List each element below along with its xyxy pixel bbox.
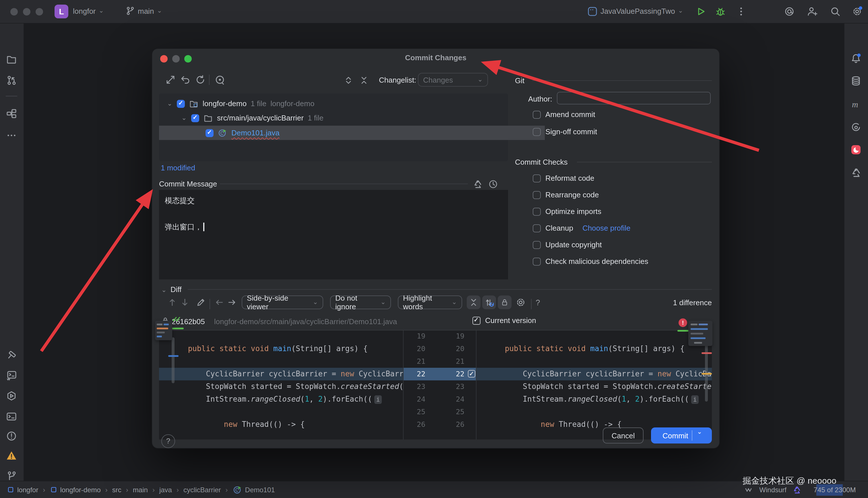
settings-gear-icon[interactable]: [851, 6, 863, 17]
tree-row[interactable]: ⌄src/main/java/cyclicBarrier1 file: [159, 111, 530, 124]
diff-minimap-left[interactable]: [155, 321, 172, 340]
structure-icon[interactable]: [6, 108, 18, 120]
collapse-all-icon[interactable]: [359, 75, 369, 86]
window-close-button[interactable]: [10, 8, 18, 15]
preview-diff-icon[interactable]: [214, 74, 225, 86]
terminal-icon[interactable]: [6, 411, 18, 423]
prev-file-arrow-icon[interactable]: [214, 297, 224, 307]
more-icon[interactable]: [6, 130, 18, 142]
current-version-checkbox[interactable]: Current version: [472, 316, 536, 325]
refresh-icon[interactable]: [195, 74, 206, 86]
checkbox-box[interactable]: [533, 110, 541, 118]
author-input[interactable]: [557, 92, 711, 104]
ai-assistant-icon[interactable]: [783, 6, 795, 17]
error-badge-icon[interactable]: !: [678, 318, 687, 327]
breadcrumb-item[interactable]: java: [159, 486, 172, 494]
breadcrumb-item[interactable]: src: [112, 486, 121, 494]
highlight-mode-dropdown[interactable]: Highlight words: [398, 296, 462, 309]
choose-profile-link[interactable]: Choose profile: [582, 224, 631, 232]
viewer-mode-dropdown[interactable]: Side-by-side viewer: [242, 296, 323, 309]
breadcrumb-item[interactable]: cyclicBarrier: [183, 486, 221, 494]
collapse-unchanged-button[interactable]: [467, 296, 480, 309]
show-diff-icon[interactable]: [165, 74, 176, 86]
jump-to-source-pencil-icon[interactable]: [196, 297, 206, 307]
branch-selector[interactable]: main: [138, 7, 162, 15]
ai-commit-message-icon[interactable]: [472, 179, 483, 189]
windsurf-terminal-icon[interactable]: [6, 369, 18, 381]
diff-settings-gear-icon[interactable]: [514, 296, 528, 309]
diff-section-header[interactable]: Diff: [170, 285, 182, 294]
ai-assistant-icon[interactable]: [850, 167, 862, 179]
search-everywhere-icon[interactable]: [830, 6, 841, 17]
windsurf-label[interactable]: Windsurf: [759, 486, 787, 494]
red-plugin-icon[interactable]: [850, 144, 862, 156]
cancel-button[interactable]: Cancel: [603, 428, 644, 444]
project-folder-icon[interactable]: [6, 53, 18, 65]
next-difference-icon[interactable]: [180, 297, 190, 307]
gradle-icon[interactable]: [850, 121, 862, 133]
whitespace-dropdown[interactable]: Do not ignore: [330, 296, 391, 309]
debug-button[interactable]: [715, 6, 726, 17]
commit-check-checkbox[interactable]: Update copyright: [533, 240, 602, 249]
commit-message-input[interactable]: 模态提交 弹出窗口，: [159, 190, 508, 279]
diff-pane-right[interactable]: public static void main(String[] args) {…: [476, 330, 712, 440]
checkbox-box[interactable]: [533, 241, 541, 249]
previous-difference-icon[interactable]: [167, 297, 177, 307]
checkbox-box[interactable]: [533, 207, 541, 215]
tree-row[interactable]: Demo101.java: [159, 126, 545, 140]
help-button[interactable]: ?: [161, 434, 175, 448]
commit-check-checkbox[interactable]: Optimize imports: [533, 207, 601, 216]
window-zoom-button[interactable]: [36, 8, 43, 15]
services-icon[interactable]: [6, 390, 18, 402]
breadcrumb-item[interactable]: longfor: [7, 486, 38, 494]
code-with-me-icon[interactable]: [806, 6, 818, 17]
diff-minimap-right[interactable]: [688, 321, 712, 346]
commit-check-checkbox[interactable]: Check malicious dependencies: [533, 257, 648, 266]
breadcrumb-item[interactable]: longfor-demo: [50, 486, 101, 494]
checkbox-box[interactable]: [533, 191, 541, 199]
maven-icon[interactable]: m: [850, 99, 862, 111]
tree-row-checkbox[interactable]: [177, 100, 185, 108]
gutter-include-checkbox[interactable]: [468, 370, 475, 378]
changelist-dropdown[interactable]: Changes: [418, 73, 488, 87]
rollback-icon[interactable]: [180, 74, 191, 86]
breadcrumb-item[interactable]: Demo101: [233, 485, 275, 495]
database-icon[interactable]: [850, 75, 862, 87]
git-option-checkbox[interactable]: Sign-off commit: [533, 127, 597, 136]
commit-button[interactable]: Commit ⌄: [651, 428, 712, 444]
next-file-arrow-icon[interactable]: [227, 297, 237, 307]
checkbox-box[interactable]: [533, 257, 541, 265]
checkbox-box[interactable]: [533, 128, 541, 136]
commit-options-chevron-icon[interactable]: ⌄: [697, 428, 702, 435]
tree-row[interactable]: ⌄longfor-demo1 filelongfor-demo: [159, 97, 516, 110]
run-button[interactable]: [695, 6, 707, 17]
modified-count-link[interactable]: 1 modified: [161, 163, 195, 172]
message-history-clock-icon[interactable]: [488, 179, 498, 189]
diff-gutter[interactable]: 19192020212122222323242425252626: [403, 330, 476, 440]
run-config-selector[interactable]: JavaValuePassingTwo: [600, 7, 683, 15]
diff-editor[interactable]: public static void main(String[] args) {…: [159, 330, 712, 440]
commit-check-checkbox[interactable]: Rearrange code: [533, 191, 599, 199]
commit-check-checkbox[interactable]: Reformat code: [533, 174, 594, 182]
build-hammer-icon[interactable]: [6, 350, 18, 362]
problems-icon[interactable]: [6, 430, 18, 442]
expand-all-icon[interactable]: [343, 75, 354, 86]
scrollbar-right[interactable]: [705, 337, 708, 402]
checkbox-box[interactable]: [533, 174, 541, 182]
chevron-down-icon[interactable]: ⌄: [181, 114, 187, 122]
more-actions-kebab-icon[interactable]: [735, 6, 747, 17]
tree-row-checkbox[interactable]: [191, 114, 199, 122]
notifications-bell-icon[interactable]: [850, 53, 862, 65]
window-minimize-button[interactable]: [23, 8, 30, 15]
synchronize-scrolling-button[interactable]: [482, 296, 496, 309]
diff-help-icon[interactable]: ?: [535, 298, 540, 307]
breadcrumb-item[interactable]: main: [133, 486, 148, 494]
diff-collapse-chevron-icon[interactable]: ⌄: [161, 286, 167, 294]
warning-icon[interactable]: [6, 450, 18, 462]
tree-row-checkbox[interactable]: [206, 129, 213, 137]
commit-check-checkbox[interactable]: CleanupChoose profile: [533, 224, 631, 232]
disable-editing-lock-button[interactable]: [498, 296, 511, 309]
project-selector[interactable]: longfor: [73, 7, 104, 15]
checkbox-box[interactable]: [533, 224, 541, 232]
diff-pane-left[interactable]: public static void main(String[] args) {…: [159, 330, 403, 440]
